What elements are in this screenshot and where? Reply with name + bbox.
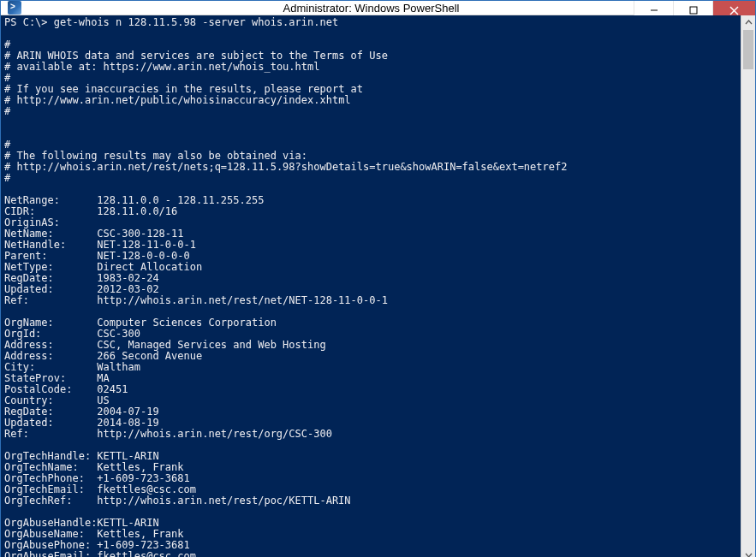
comment-line: # available at: https://www.arin.net/who…	[4, 61, 319, 73]
field-value: CSC-300	[97, 328, 140, 340]
field-value: CSC-300-128-11	[97, 228, 183, 240]
field-value: Kettles, Frank	[97, 528, 183, 540]
terminal-output[interactable]: PS C:\> get-whois n 128.11.5.98 -server …	[1, 15, 741, 557]
svg-rect-1	[690, 7, 697, 14]
command-line: get-whois n 128.11.5.98 -server whois.ar…	[54, 16, 338, 28]
comment-line: # The following results may also be obta…	[4, 150, 307, 162]
field-value: MA	[97, 372, 109, 384]
field-value: 2014-08-19	[97, 417, 158, 429]
field-value: NET-128-11-0-0-1	[97, 239, 196, 251]
field-value: fkettles@csc.com	[97, 550, 196, 557]
comment-line: #	[4, 39, 10, 50]
scroll-track[interactable]	[741, 30, 755, 548]
scroll-down-button[interactable]	[741, 548, 755, 557]
field-value: Computer Sciences Corporation	[97, 317, 277, 329]
field-value: http://whois.arin.net/rest/net/NET-128-1…	[97, 294, 388, 306]
field-value: KETTL-ARIN	[97, 517, 158, 529]
chevron-down-icon	[745, 551, 753, 557]
client-area: PS C:\> get-whois n 128.11.5.98 -server …	[1, 15, 755, 557]
maximize-icon	[689, 6, 698, 15]
comment-line: # If you see inaccuracies in the results…	[4, 83, 363, 95]
field-value: 128.11.0.0/16	[97, 205, 177, 217]
field-value: 1983-02-24	[97, 272, 158, 284]
comment-line: # http://whois.arin.net/rest/nets;q=128.…	[4, 161, 567, 173]
field-value: KETTL-ARIN	[97, 450, 158, 462]
powershell-window: Administrator: Windows PowerShell PS C:\…	[0, 0, 756, 557]
field-value: 2012-03-02	[97, 283, 158, 295]
chevron-up-icon	[745, 19, 753, 27]
powershell-icon	[8, 1, 21, 15]
field-value: +1-609-723-3681	[97, 539, 189, 551]
field-value: Waltham	[97, 361, 140, 373]
vertical-scrollbar[interactable]	[741, 15, 755, 557]
field-value: 266 Second Avenue	[97, 350, 202, 362]
prompt: PS C:\>	[4, 16, 48, 28]
field-value: Direct Allocation	[97, 261, 202, 273]
titlebar[interactable]: Administrator: Windows PowerShell	[1, 1, 755, 15]
field-value: +1-609-723-3681	[97, 472, 189, 484]
minimize-icon	[650, 6, 658, 15]
field-value: 128.11.0.0 - 128.11.255.255	[97, 194, 264, 206]
field-value: fkettles@csc.com	[97, 483, 196, 495]
field-value: 02451	[97, 383, 128, 395]
field-value: Kettles, Frank	[97, 461, 183, 473]
comment-line: #	[4, 72, 10, 84]
comment-line: #	[4, 105, 10, 117]
comment-line: #	[4, 139, 10, 151]
field-label: Ref:	[4, 429, 97, 440]
field-value: 2004-07-19	[97, 406, 158, 418]
field-value: NET-128-0-0-0-0	[97, 250, 189, 262]
comment-line: # ARIN WHOIS data and services are subje…	[4, 50, 388, 62]
field-value: CSC, Managed Services and Web Hosting	[97, 339, 325, 351]
comment-line: #	[4, 172, 10, 184]
field-label: OrgAbuseEmail:	[4, 551, 97, 557]
field-value: http://whois.arin.net/rest/poc/KETTL-ARI…	[97, 495, 350, 507]
field-label: Ref:	[4, 295, 97, 306]
field-value: http://whois.arin.net/rest/org/CSC-300	[97, 428, 332, 440]
scroll-up-button[interactable]	[741, 15, 755, 30]
comment-line: # http://www.arin.net/public/whoisinaccu…	[4, 94, 351, 106]
scroll-thumb[interactable]	[743, 30, 753, 69]
field-label: OrgTechRef:	[4, 495, 97, 507]
close-icon	[729, 6, 739, 15]
field-value: US	[97, 394, 109, 406]
